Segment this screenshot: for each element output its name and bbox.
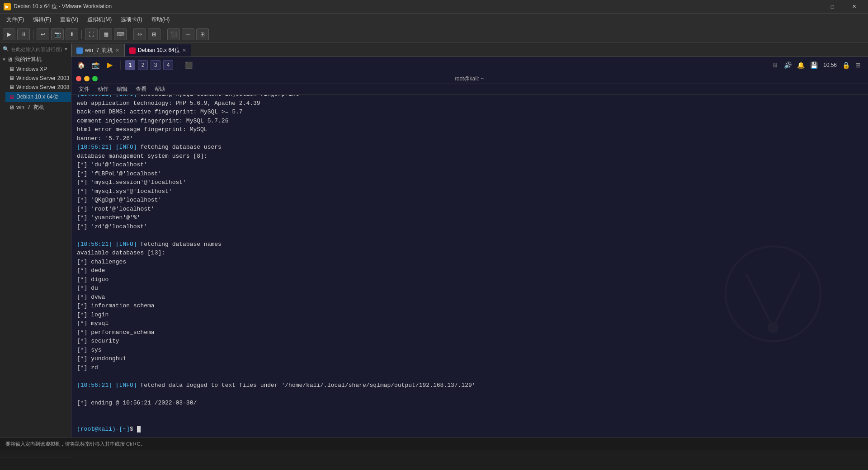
toolbar-snapshot-button[interactable]: 📷: [51, 28, 64, 40]
tl-minimize[interactable]: [84, 76, 90, 81]
terminal-line: [*] ending @ 10:56:21 /2022-03-30/: [77, 399, 863, 408]
terminal-line: [*] diguo: [77, 275, 863, 284]
terminal-line: [*] 'fLBPoL'@'localhost': [77, 169, 863, 179]
terminal-line: [*] 'QKgDgn'@'localhost': [77, 196, 863, 205]
terminal-line: [*] information_schema: [77, 301, 863, 310]
tab-win7[interactable]: win_7_靶机 ✕: [71, 44, 124, 56]
terminal-line: [*] dede: [77, 266, 863, 275]
toolbar-snapshot2-button[interactable]: ⬆: [66, 28, 78, 40]
sidebar-item-windows-server-2008[interactable]: 🖥 Windows Server 2008: [5, 83, 71, 92]
vm-settings-button[interactable]: ▶: [104, 59, 116, 71]
expand-icon: ▼: [2, 57, 6, 62]
toolbar-fit-button[interactable]: ⇔: [133, 28, 146, 40]
vm-action-sep2: [178, 61, 178, 70]
toolbar-separator-4: [164, 30, 164, 39]
titlebar-title: Debian 10.x 64 位 - VMware Workstation: [14, 3, 800, 10]
minimize-button[interactable]: ─: [800, 0, 821, 14]
sidebar-search-input[interactable]: [11, 47, 62, 52]
terminal-line: [*] 'yuanchen'@'%': [77, 213, 863, 222]
sidebar-item-windows-xp[interactable]: 🖥 Windows XP: [5, 65, 71, 74]
sidebar-item-debian[interactable]: 🖥 Debian 10.x 64位: [5, 92, 71, 102]
search-icon: 🔍: [3, 46, 9, 52]
toolbar-console-button[interactable]: ⬛: [167, 28, 180, 40]
terminal-line: [*] login: [77, 310, 863, 320]
menu-view[interactable]: 查看(V): [56, 14, 83, 25]
terminal-menu-edit[interactable]: 编辑: [113, 85, 131, 94]
sidebar-my-computer[interactable]: ▼ 🖥 我的计算机: [0, 54, 71, 65]
terminal-menu-help[interactable]: 帮助: [151, 85, 169, 94]
terminal-line: [*] performance_schema: [77, 328, 863, 337]
terminal-line: [*] zd: [77, 363, 863, 372]
tl-close[interactable]: [76, 76, 81, 81]
terminal-line: html error message fingerprint: MySQL: [77, 125, 863, 134]
toolbar-zoom-button[interactable]: ⊞: [148, 28, 160, 40]
content-area: win_7_靶机 ✕ Debian 10.x 64位 ✕ 🏠 📸 ▶ 1 2 3…: [71, 42, 868, 437]
close-button[interactable]: ✕: [844, 0, 864, 14]
vm-tab-bar: win_7_靶机 ✕ Debian 10.x 64位 ✕: [71, 42, 868, 57]
toolbar-revert-button[interactable]: ↩: [37, 28, 49, 40]
terminal-menu-file[interactable]: 文件: [75, 85, 93, 94]
sidebar-item-windows-server-2003[interactable]: 🖥 Windows Server 2003: [5, 74, 71, 83]
vm-num-1[interactable]: 1: [125, 60, 135, 70]
vm-console-button[interactable]: ⬛: [183, 59, 194, 71]
titlebar: ▶ Debian 10.x 64 位 - VMware Workstation …: [0, 0, 868, 14]
toolbar-send-button[interactable]: →: [182, 28, 194, 40]
menu-help[interactable]: 帮助(H): [147, 14, 175, 25]
tray-expand-icon: ⊞: [855, 61, 861, 69]
terminal-line: [*] security: [77, 337, 863, 346]
terminal-line: [10:56:21] [INFO] fetched data logged to…: [77, 381, 863, 390]
cursor: [137, 426, 141, 432]
terminal-line: available databases [13]:: [77, 249, 863, 258]
vm-home-button[interactable]: 🏠: [75, 59, 87, 71]
menu-vm[interactable]: 虚拟机(M): [83, 14, 116, 25]
vm-icon-2003: 🖥: [9, 75, 14, 81]
toolbar-pause-button[interactable]: ⏸: [17, 28, 30, 40]
terminal-blank-line: [77, 407, 863, 416]
tl-maximize[interactable]: [92, 76, 98, 81]
toolbar-cad-button[interactable]: ⌨: [114, 28, 127, 40]
terminal-blank-line: [77, 231, 863, 240]
app-icon: ▶: [4, 3, 11, 10]
menu-file[interactable]: 文件(F): [2, 14, 28, 25]
close-tab-win7[interactable]: ✕: [115, 47, 119, 53]
terminal-line: [*] 'mysql.session'@'localhost': [77, 178, 863, 187]
tab-debian[interactable]: Debian 10.x 64位 ✕: [124, 44, 191, 56]
terminal-line: comment injection fingerprint: MySQL 5.7…: [77, 117, 863, 126]
tray-bell-icon: 🔔: [797, 61, 805, 69]
terminal-blank-line: [77, 390, 863, 399]
vm-num-3[interactable]: 3: [151, 60, 160, 70]
toolbar-more-button[interactable]: ⊞: [196, 28, 209, 40]
sidebar-item-win7[interactable]: 🖥 win_7_靶机: [5, 102, 71, 113]
terminal-line: [*] 'root'@'localhost': [77, 205, 863, 214]
traffic-lights: [76, 76, 98, 81]
terminal-blank-line: [77, 372, 863, 381]
toolbar-fullscreen-button[interactable]: ⛶: [85, 28, 98, 40]
prompt-symbol: $: [130, 426, 137, 432]
menubar: 文件(F) 编辑(E) 查看(V) 虚拟机(M) 选项卡(I) 帮助(H): [0, 14, 868, 26]
menu-tabs[interactable]: 选项卡(I): [116, 14, 146, 25]
menu-edit[interactable]: 编辑(E): [28, 14, 56, 25]
toolbar-power-button[interactable]: ▶: [3, 28, 15, 40]
terminal-menu-action[interactable]: 动作: [94, 85, 112, 94]
status-text: 要将输入定向到该虚拟机，请将鼠标指针移入其中或按 Ctrl+G。: [5, 441, 146, 447]
close-tab-debian[interactable]: ✕: [182, 47, 186, 53]
terminal-menu-view[interactable]: 查看: [132, 85, 150, 94]
terminal-wrapper: root@kali: ~ 文件 动作 编辑 查看 帮助: [71, 73, 868, 437]
vm-num-2[interactable]: 2: [138, 60, 148, 70]
terminal-line: [*] dvwa: [77, 293, 863, 302]
terminal-content[interactable]: [10:56:21] [INFO] fetching banner[10:56:…: [71, 95, 868, 437]
vm-num-4[interactable]: 4: [163, 60, 173, 70]
sidebar: 🔍 ▼ ▼ 🖥 我的计算机 🖥 Windows XP 🖥 Windows Ser…: [0, 42, 71, 437]
terminal-prompt-line[interactable]: (root@kali)-[~]$: [77, 425, 863, 434]
terminal-line: [*] mysql: [77, 319, 863, 328]
terminal-menu: 文件 动作 编辑 查看 帮助: [71, 84, 868, 95]
maximize-button[interactable]: □: [822, 0, 843, 14]
sidebar-search-arrow[interactable]: ▼: [64, 47, 68, 52]
toolbar-unity-button[interactable]: ▦: [99, 28, 112, 40]
tray-monitor-icon: 🖥: [772, 61, 778, 69]
toolbar-separator-2: [81, 30, 82, 39]
status-bar: 要将输入定向到该虚拟机，请将鼠标指针移入其中或按 Ctrl+G。: [0, 437, 868, 450]
vm-screenshot-button[interactable]: 📸: [90, 59, 101, 71]
terminal-line: [*] du: [77, 284, 863, 293]
vm-icon-xp: 🖥: [9, 66, 14, 72]
